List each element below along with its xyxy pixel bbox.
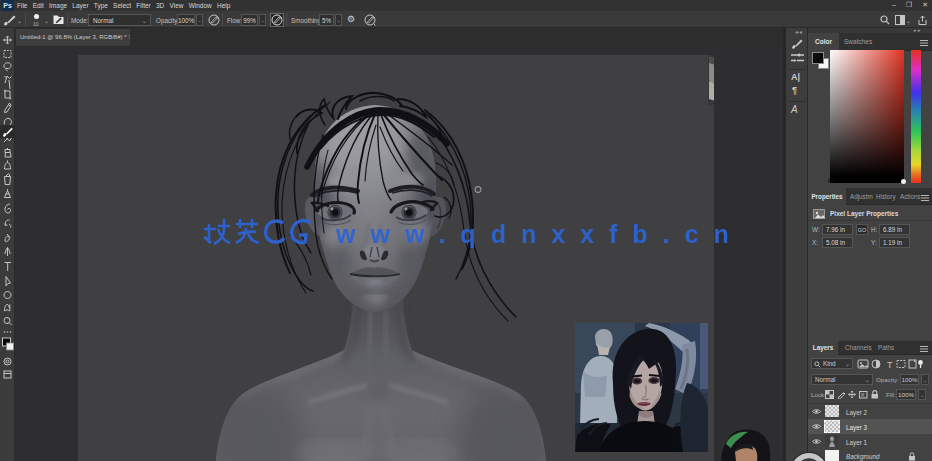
svg-text:X: X (861, 392, 865, 398)
svg-text:T: T (887, 360, 893, 370)
